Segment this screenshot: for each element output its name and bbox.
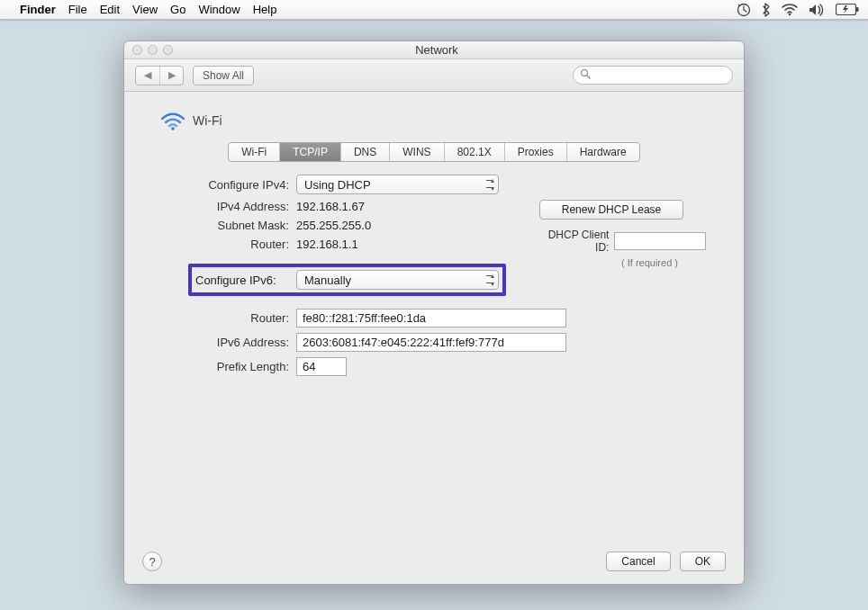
menubar-file[interactable]: File [68, 3, 87, 16]
tcpip-panel: Wi-Fi Wi-Fi TCP/IP DNS WINS 802.1X Proxi… [124, 92, 744, 584]
ipv6-router-label: Router: [148, 311, 296, 325]
window-titlebar[interactable]: Network [124, 41, 744, 59]
tab-row: Wi-Fi TCP/IP DNS WINS 802.1X Proxies Har… [228, 142, 639, 162]
ipv6-address-field[interactable]: 2603:6081:f47:e045:222:41ff:fef9:777d [296, 333, 566, 352]
menubar-app[interactable]: Finder [20, 3, 56, 16]
volume-icon[interactable] [809, 4, 825, 16]
timemachine-icon[interactable] [737, 3, 751, 17]
prefix-length-field[interactable]: 64 [296, 357, 347, 376]
wifi-status-icon[interactable] [782, 4, 798, 16]
tab-tcpip[interactable]: TCP/IP [280, 143, 341, 161]
configure-ipv6-label: Configure IPv6: [195, 274, 296, 287]
window-toolbar: ◀ ▶ Show All [124, 59, 744, 92]
dhcp-client-id-field[interactable] [614, 232, 706, 250]
window-title: Network [130, 43, 744, 57]
tab-wifi[interactable]: Wi-Fi [229, 143, 280, 161]
tab-dns[interactable]: DNS [341, 143, 390, 161]
menubar-edit[interactable]: Edit [100, 3, 120, 16]
renew-dhcp-lease-button[interactable]: Renew DHCP Lease [539, 200, 683, 220]
forward-button[interactable]: ▶ [159, 67, 183, 85]
menubar-view[interactable]: View [132, 3, 158, 16]
svg-point-1 [789, 13, 791, 15]
wifi-icon [160, 112, 184, 130]
subnet-mask-label: Subnet Mask: [148, 219, 296, 232]
subnet-mask-value: 255.255.255.0 [296, 219, 386, 232]
bluetooth-icon[interactable] [762, 3, 771, 17]
tab-hardware[interactable]: Hardware [567, 143, 639, 161]
ipv4-address-value: 192.168.1.67 [296, 200, 386, 213]
dhcp-client-id-label: DHCP Client ID: [539, 229, 609, 254]
svg-rect-3 [856, 7, 859, 12]
highlight-ipv6-configure: Configure IPv6: Manually ▴▾ [188, 264, 506, 296]
configure-ipv4-dropdown[interactable]: Using DHCP ▴▾ [296, 175, 499, 194]
network-preferences-window: Network ◀ ▶ Show All Wi-Fi Wi-Fi TCP/IP [123, 40, 745, 585]
battery-icon[interactable] [836, 4, 859, 15]
search-icon [580, 68, 591, 79]
show-all-button[interactable]: Show All [193, 66, 254, 85]
svg-point-6 [171, 127, 175, 130]
configure-ipv6-dropdown[interactable]: Manually ▴▾ [296, 270, 499, 290]
nav-segmented-control: ◀ ▶ [135, 66, 184, 85]
ipv6-address-label: IPv6 Address: [148, 336, 296, 349]
ipv4-router-value: 192.168.1.1 [296, 238, 386, 251]
svg-line-5 [587, 76, 590, 78]
section-title: Wi-Fi [193, 113, 222, 128]
back-button[interactable]: ◀ [136, 67, 159, 85]
tab-proxies[interactable]: Proxies [505, 143, 567, 161]
menubar-go[interactable]: Go [170, 3, 185, 16]
menu-bar: Finder File Edit View Go Window Help [0, 0, 868, 20]
prefix-length-label: Prefix Length: [148, 360, 296, 373]
configure-ipv6-value: Manually [304, 274, 351, 287]
tab-8021x[interactable]: 802.1X [445, 143, 505, 161]
configure-ipv4-label: Configure IPv4: [148, 178, 296, 192]
configure-ipv4-value: Using DHCP [304, 178, 371, 192]
search-input[interactable] [573, 66, 733, 85]
menubar-window[interactable]: Window [198, 3, 240, 16]
tab-wins[interactable]: WINS [390, 143, 444, 161]
ipv4-router-label: Router: [148, 238, 296, 251]
cancel-button[interactable]: Cancel [606, 552, 670, 571]
menubar-help[interactable]: Help [253, 3, 277, 16]
dhcp-required-note: ( If required ) [593, 257, 706, 268]
ipv4-address-label: IPv4 Address: [148, 200, 296, 213]
ok-button[interactable]: OK [680, 552, 726, 571]
ipv6-router-field[interactable]: fe80::f281:75ff:fee0:1da [296, 309, 566, 327]
help-button[interactable]: ? [142, 552, 162, 571]
